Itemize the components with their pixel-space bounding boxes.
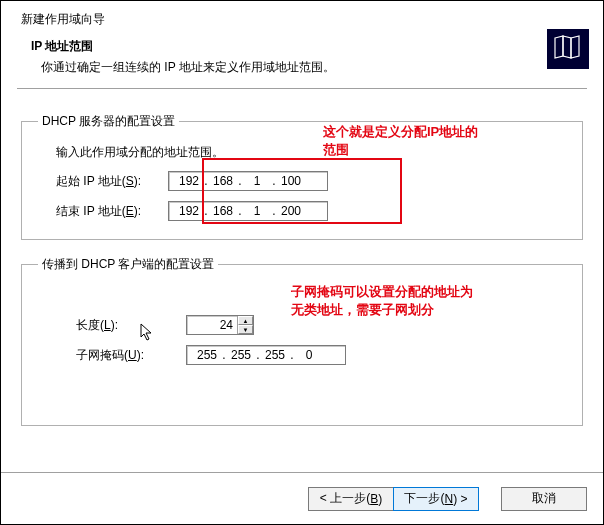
group-dhcp-client-settings: 传播到 DHCP 客户端的配置设置 长度(L): 24 ▲ ▼ 子网掩码(U): <box>21 256 583 426</box>
ip-octet[interactable]: 1 <box>243 174 271 188</box>
ip-octet[interactable]: 255 <box>261 348 289 362</box>
ip-octet[interactable]: 255 <box>193 348 221 362</box>
wizard-header: 新建作用域向导 IP 地址范围 你通过确定一组连续的 IP 地址来定义作用域地址… <box>1 1 603 95</box>
subnet-mask-input[interactable]: 255. 255. 255. 0 <box>186 345 346 365</box>
next-button[interactable]: 下一步(N) > <box>393 487 479 511</box>
label-text: ): <box>134 174 141 188</box>
page-description: 你通过确定一组连续的 IP 地址来定义作用域地址范围。 <box>41 59 587 76</box>
ip-octet[interactable]: 100 <box>277 174 305 188</box>
button-label: < 上一步( <box>320 490 370 507</box>
button-label: ) > <box>453 492 467 506</box>
group-legend: DHCP 服务器的配置设置 <box>38 113 179 130</box>
label-accel: U <box>128 348 137 362</box>
divider <box>17 88 587 89</box>
label-text: ): <box>111 318 118 332</box>
spinner-down-icon[interactable]: ▼ <box>238 325 253 334</box>
ip-octet[interactable]: 200 <box>277 204 305 218</box>
ip-octet[interactable]: 255 <box>227 348 255 362</box>
start-ip-label: 起始 IP 地址(S): <box>38 173 168 190</box>
length-value[interactable]: 24 <box>187 318 237 332</box>
label-text: ): <box>134 204 141 218</box>
ip-octet[interactable]: 1 <box>243 204 271 218</box>
start-ip-input[interactable]: 192. 168. 1. 100 <box>168 171 328 191</box>
button-accel: N <box>444 492 453 506</box>
button-label: 取消 <box>532 490 556 507</box>
end-ip-input[interactable]: 192. 168. 1. 200 <box>168 201 328 221</box>
label-text: 起始 IP 地址( <box>56 174 126 188</box>
ip-octet[interactable]: 168 <box>209 174 237 188</box>
label-text: 子网掩码( <box>76 348 128 362</box>
label-text: 结束 IP 地址( <box>56 204 126 218</box>
ip-octet[interactable]: 192 <box>175 174 203 188</box>
page-title: IP 地址范围 <box>31 38 587 55</box>
group-legend: 传播到 DHCP 客户端的配置设置 <box>38 256 218 273</box>
cancel-button[interactable]: 取消 <box>501 487 587 511</box>
wizard-header-icon <box>547 29 589 69</box>
wizard-footer: < 上一步(B) 下一步(N) > 取消 <box>1 472 603 524</box>
annotation-line: 子网掩码可以设置分配的地址为 <box>291 284 473 299</box>
annotation-line: 这个就是定义分配IP地址的 <box>323 124 478 139</box>
label-accel: S <box>126 174 134 188</box>
row-start-ip: 起始 IP 地址(S): 192. 168. 1. 100 <box>38 171 566 191</box>
spinner-up-icon[interactable]: ▲ <box>238 316 253 325</box>
ip-octet[interactable]: 0 <box>295 348 323 362</box>
row-end-ip: 结束 IP 地址(E): 192. 168. 1. 200 <box>38 201 566 221</box>
label-text: ): <box>137 348 144 362</box>
annotation-line: 范围 <box>323 142 349 157</box>
wizard-dialog: 新建作用域向导 IP 地址范围 你通过确定一组连续的 IP 地址来定义作用域地址… <box>0 0 604 525</box>
length-label: 长度(L): <box>38 317 186 334</box>
label-text: 长度( <box>76 318 104 332</box>
button-label: ) <box>378 492 382 506</box>
ip-octet[interactable]: 192 <box>175 204 203 218</box>
label-accel: E <box>126 204 134 218</box>
button-label: 下一步( <box>404 490 444 507</box>
annotation-text-1: 这个就是定义分配IP地址的 范围 <box>323 123 533 158</box>
label-accel: L <box>104 318 111 332</box>
wizard-title: 新建作用域向导 <box>21 11 587 28</box>
subnet-mask-label: 子网掩码(U): <box>38 347 186 364</box>
annotation-line: 无类地址，需要子网划分 <box>291 302 434 317</box>
row-subnet-mask: 子网掩码(U): 255. 255. 255. 0 <box>38 345 566 365</box>
length-spinner[interactable]: ▲ ▼ <box>237 316 253 334</box>
button-accel: B <box>370 492 378 506</box>
ip-octet[interactable]: 168 <box>209 204 237 218</box>
annotation-text-2: 子网掩码可以设置分配的地址为 无类地址，需要子网划分 <box>291 283 531 318</box>
back-button[interactable]: < 上一步(B) <box>308 487 394 511</box>
end-ip-label: 结束 IP 地址(E): <box>38 203 168 220</box>
length-input[interactable]: 24 ▲ ▼ <box>186 315 254 335</box>
